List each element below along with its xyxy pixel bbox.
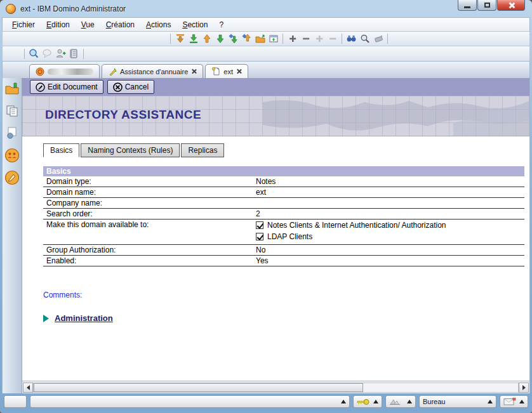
security-segment[interactable] <box>353 395 382 408</box>
open-folder-icon[interactable] <box>253 33 267 45</box>
menu-actions[interactable]: Actions <box>140 19 176 30</box>
maximize-button[interactable] <box>477 0 496 11</box>
form-banner: DIRECTORY ASSISTANCE <box>22 96 529 136</box>
field-label: Domain type: <box>46 177 256 186</box>
tab-label: ext <box>223 68 233 75</box>
bookmark-icon <box>108 67 117 76</box>
window-title: ext - IBM Domino Administrator <box>20 4 126 13</box>
table-section-header: Basics <box>43 166 524 176</box>
domino-server-icon <box>36 67 44 76</box>
navigate-close-all-icon[interactable] <box>326 33 339 45</box>
toolbar-separator <box>387 34 388 44</box>
expand-up-icon <box>519 400 524 403</box>
scroll-right-button[interactable] <box>519 383 529 393</box>
close-button[interactable] <box>497 0 525 11</box>
action-bar: Edit Document Cancel <box>22 78 529 96</box>
toolbar-separator <box>24 49 25 59</box>
navigate-open-all-icon[interactable] <box>312 33 326 45</box>
next-unread-icon[interactable] <box>227 33 240 45</box>
groups-icon[interactable] <box>4 147 20 164</box>
admin-tools-icon[interactable] <box>4 169 20 186</box>
secondary-toolbar <box>2 46 530 61</box>
body: Edit Document Cancel DIRECTORY ASSISTANC… <box>2 78 530 393</box>
signature-icon <box>389 398 401 405</box>
field-label: Make this domain available to: <box>46 220 256 229</box>
toolbar-separator <box>283 34 283 44</box>
scroll-left-button[interactable] <box>23 383 33 393</box>
search-icon[interactable] <box>358 33 371 45</box>
scrollbar-thumb[interactable] <box>34 383 363 392</box>
scrollbar-track[interactable] <box>33 383 519 393</box>
status-message-segment[interactable] <box>30 395 350 408</box>
tab-label: Assistance d'annuaire <box>120 68 188 75</box>
tab-close-icon[interactable] <box>236 69 242 74</box>
tab-ext[interactable]: ext <box>205 64 248 78</box>
location-segment[interactable]: Bureau <box>419 395 496 408</box>
search-people-icon[interactable] <box>27 48 41 60</box>
address-book-icon[interactable] <box>67 48 81 60</box>
menu-vue[interactable]: Vue <box>76 19 100 30</box>
redacted-tab-label <box>48 69 93 75</box>
form-tab-replicas[interactable]: Replicas <box>181 143 224 157</box>
mail-segment[interactable] <box>500 395 528 408</box>
minimize-icon <box>464 6 470 8</box>
menu-section[interactable]: Section <box>176 19 213 30</box>
replicator-icon[interactable] <box>4 103 20 119</box>
maximize-icon <box>484 3 490 8</box>
collapse-section-icon[interactable] <box>200 33 213 45</box>
field-value: Notes <box>256 177 521 186</box>
menu-fichier[interactable]: Fichier <box>6 19 41 30</box>
section-twistie-icon[interactable] <box>43 315 49 322</box>
chalk-eraser-icon[interactable] <box>371 33 385 45</box>
form-tab-naming-contexts[interactable]: Naming Contexts (Rules) <box>81 143 180 157</box>
form-tab-basics[interactable]: Basics <box>43 143 79 157</box>
search-domain-icon[interactable] <box>41 48 54 60</box>
notes-clients-checkbox[interactable] <box>256 221 263 229</box>
menu-help[interactable]: ? <box>213 19 229 30</box>
expand-up-icon <box>341 400 346 403</box>
minimize-button[interactable] <box>458 0 477 11</box>
administration-section-link[interactable]: Administration <box>55 313 113 323</box>
collapse-to-top-icon[interactable] <box>173 33 187 45</box>
bookmark-folder-icon[interactable] <box>4 81 20 97</box>
status-blank-segment <box>4 395 27 408</box>
menu-creation[interactable]: Création <box>100 19 140 30</box>
field-label: Enabled: <box>46 256 256 265</box>
add-person-icon[interactable] <box>54 48 67 60</box>
content: Edit Document Cancel DIRECTORY ASSISTANC… <box>22 78 529 393</box>
checkbox-row: Notes Clients & Internet Authentication/… <box>256 221 521 230</box>
document-area: Basics Naming Contexts (Rules) Replicas … <box>22 136 529 381</box>
cancel-button[interactable]: Cancel <box>107 80 154 94</box>
open-in-window-icon[interactable] <box>267 33 280 45</box>
field-label: Domain name: <box>46 188 256 197</box>
signature-segment[interactable] <box>385 395 416 408</box>
table-row: Enabled: Yes <box>43 256 524 266</box>
table-row: Group Authorization: No <box>43 245 524 256</box>
menu-bar: Fichier Edition Vue Création Actions Sec… <box>2 17 530 31</box>
edit-document-button[interactable]: Edit Document <box>30 80 103 94</box>
field-value: 2 <box>256 209 521 218</box>
binoculars-search-icon[interactable] <box>345 33 358 45</box>
field-value: No <box>256 246 521 254</box>
cancel-label: Cancel <box>125 82 149 91</box>
navigate-open-icon[interactable] <box>286 33 299 45</box>
expand-up-icon <box>373 400 378 403</box>
ldap-clients-checkbox[interactable] <box>256 233 263 240</box>
tab-server[interactable] <box>29 64 100 78</box>
domino-app-icon <box>6 4 16 14</box>
toolbar-separator <box>342 34 342 44</box>
browser-icon[interactable] <box>4 125 20 141</box>
x-circle-icon <box>113 82 123 92</box>
menu-edition[interactable]: Edition <box>41 19 76 30</box>
tab-assistance-annuaire[interactable]: Assistance d'annuaire <box>102 64 203 78</box>
expand-section-icon[interactable] <box>213 33 227 45</box>
expand-to-bottom-icon[interactable] <box>187 33 200 45</box>
checkbox-label: Notes Clients & Internet Authentication/… <box>267 221 446 230</box>
previous-unread-icon[interactable] <box>240 33 253 45</box>
key-icon <box>357 398 369 405</box>
tab-close-icon[interactable] <box>191 69 197 74</box>
navigate-close-icon[interactable] <box>299 33 312 45</box>
status-bar: Bureau <box>2 393 530 410</box>
form-tab-strip: Basics Naming Contexts (Rules) Replicas <box>43 143 524 157</box>
horizontal-scrollbar <box>22 381 529 393</box>
